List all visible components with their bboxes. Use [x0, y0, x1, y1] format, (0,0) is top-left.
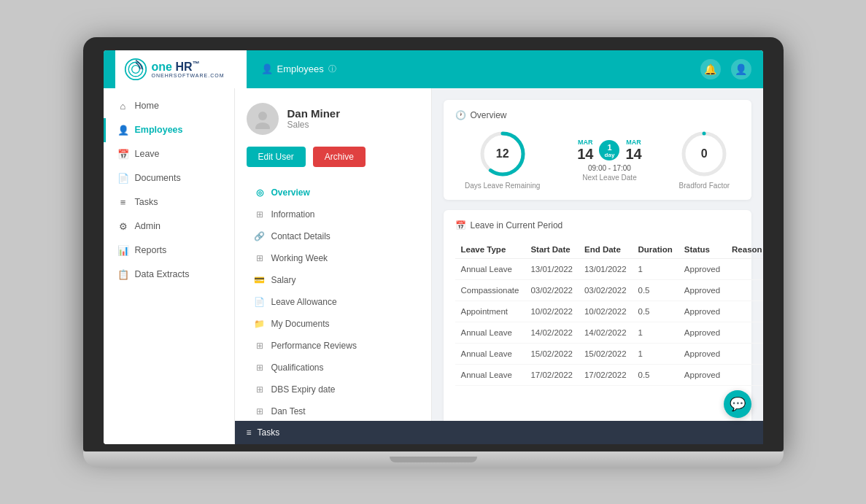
cell-end-0: 13/01/2022 [579, 258, 633, 279]
sidebar-label-home: Home [135, 101, 159, 111]
sidebar-item-reports[interactable]: 📊 Reports [104, 239, 234, 263]
information-nav-icon: ⊞ [254, 209, 266, 220]
cell-reason-3 [726, 322, 762, 343]
next-leave-label: Next Leave Date [582, 174, 637, 182]
sidebar-label-tasks: Tasks [135, 197, 158, 207]
leave-from-date: MAR 14 [577, 139, 593, 163]
svg-point-4 [255, 123, 270, 129]
sidebar-label-data-extracts: Data Extracts [135, 269, 190, 279]
overview-title: 🕐 Overview [455, 110, 740, 120]
cell-reason-1 [726, 279, 762, 301]
logo-area: one HR™ ONEHRSOFTWARE.COM [115, 50, 247, 88]
next-leave-stat: MAR 14 1 day [577, 139, 642, 182]
leave-badge-num: 1 [607, 143, 611, 152]
archive-button[interactable]: Archive [313, 147, 366, 167]
notification-button[interactable]: 🔔 [700, 59, 721, 80]
employee-actions: Edit User Archive [247, 147, 420, 167]
sidebar-item-employees[interactable]: 👤 Employees [104, 118, 234, 142]
breadcrumb-text: Employees [277, 63, 324, 74]
col-reason: Reason [726, 241, 762, 259]
performance-nav-icon: ⊞ [254, 341, 266, 351]
leave-icon: 📅 [117, 149, 129, 160]
emp-nav-information-label: Information [271, 209, 315, 220]
cell-end-4: 15/02/2022 [579, 343, 633, 364]
cell-start-3: 14/02/2022 [525, 322, 579, 343]
admin-icon: ⚙ [117, 221, 129, 232]
cell-status-3: Approved [679, 322, 726, 343]
sidebar-item-admin[interactable]: ⚙ Admin [104, 214, 234, 239]
emp-nav-dbs[interactable]: ⊞ DBS Expiry date [247, 379, 420, 400]
leave-badge-text: day [605, 152, 615, 158]
emp-nav-leave-allowance-label: Leave Allowance [271, 297, 337, 307]
emp-nav-dan-test-label: Dan Test [271, 406, 306, 416]
cell-type-2: Appointment [455, 301, 525, 322]
bradford-stat: 0 Bradford Factor [679, 131, 730, 190]
tasks-bar-label: Tasks [258, 427, 280, 438]
col-status: Status [679, 241, 726, 259]
svg-point-3 [258, 112, 267, 120]
cell-type-5: Annual Leave [455, 364, 525, 385]
emp-nav-salary[interactable]: 💳 Salary [247, 269, 420, 291]
overview-title-text: Overview [471, 110, 507, 120]
right-panel: 🕐 Overview [432, 88, 763, 444]
sidebar-item-data-extracts[interactable]: 📋 Data Extracts [104, 263, 234, 287]
sidebar-label-reports: Reports [135, 245, 167, 255]
emp-nav-overview[interactable]: ◎ Overview [247, 182, 420, 203]
leave-table-card: 📅 Leave in Current Period Leave Type Sta… [444, 210, 751, 433]
emp-nav-qualifications[interactable]: ⊞ Qualifications [247, 357, 420, 379]
qualifications-nav-icon: ⊞ [254, 363, 266, 373]
emp-nav-my-documents-label: My Documents [271, 319, 330, 329]
cell-status-5: Approved [679, 364, 726, 385]
user-profile-button[interactable]: 👤 [731, 59, 751, 80]
emp-nav-overview-label: Overview [271, 187, 310, 198]
emp-nav-information[interactable]: ⊞ Information [247, 203, 420, 225]
tasks-bar[interactable]: ≡ Tasks [235, 421, 763, 444]
table-header-row: Leave Type Start Date End Date Duration … [455, 241, 763, 259]
emp-nav-qualifications-label: Qualifications [271, 363, 324, 373]
content-area: Dan Miner Sales Edit User Archive ◎ [235, 88, 763, 444]
emp-nav-dan-test[interactable]: ⊞ Dan Test [247, 400, 420, 422]
table-row: Annual Leave 15/02/2022 15/02/2022 1 App… [455, 343, 763, 364]
nav-right: 🔔 👤 [700, 59, 751, 80]
cell-start-5: 17/02/2022 [525, 364, 579, 385]
sidebar-item-documents[interactable]: 📄 Documents [104, 166, 234, 190]
leave-from-day: 14 [577, 146, 593, 163]
logo-tagline: ONEHRSOFTWARE.COM [152, 73, 225, 78]
cell-start-4: 15/02/2022 [525, 343, 579, 364]
emp-nav-working-week[interactable]: ⊞ Working Week [247, 247, 420, 269]
cell-end-3: 14/02/2022 [579, 322, 633, 343]
emp-nav-working-week-label: Working Week [271, 253, 328, 263]
chat-fab-button[interactable]: 💬 [724, 390, 751, 418]
emp-nav-performance[interactable]: ⊞ Performance Reviews [247, 335, 420, 357]
sidebar-label-admin: Admin [135, 221, 161, 231]
employee-info: Dan Miner Sales [287, 107, 341, 130]
sidebar-label-employees: Employees [135, 125, 183, 135]
emp-nav-contact[interactable]: 🔗 Contact Details [247, 225, 420, 247]
cell-type-4: Annual Leave [455, 343, 525, 364]
cell-type-0: Annual Leave [455, 258, 525, 279]
documents-icon: 📄 [117, 173, 129, 184]
emp-nav-leave-allowance[interactable]: 📄 Leave Allowance [247, 291, 420, 313]
cell-reason-2 [726, 301, 762, 322]
table-row: Appointment 10/02/2022 10/02/2022 0.5 Ap… [455, 301, 763, 322]
leave-to-date: MAR 14 [625, 139, 641, 163]
my-documents-nav-icon: 📁 [254, 319, 266, 329]
table-row: Annual Leave 14/02/2022 14/02/2022 1 App… [455, 322, 763, 343]
cell-status-2: Approved [679, 301, 726, 322]
leave-to-day: 14 [625, 146, 641, 163]
leave-table-title: 📅 Leave in Current Period [455, 220, 740, 230]
sidebar-item-leave[interactable]: 📅 Leave [104, 142, 234, 166]
sidebar-item-tasks[interactable]: ≡ Tasks [104, 190, 234, 214]
leave-dates: MAR 14 1 day [577, 139, 642, 163]
salary-nav-icon: 💳 [254, 275, 266, 285]
breadcrumb-icon: 👤 [261, 63, 273, 74]
cell-end-2: 10/02/2022 [579, 301, 633, 322]
emp-nav-my-documents[interactable]: 📁 My Documents [247, 313, 420, 335]
cell-type-1: Compassionate [455, 279, 525, 301]
sidebar-item-home[interactable]: ⌂ Home [104, 94, 234, 118]
edit-user-button[interactable]: Edit User [247, 147, 306, 167]
table-row: Annual Leave 17/02/2022 17/02/2022 0.5 A… [455, 364, 763, 385]
leave-from-month: MAR [578, 139, 593, 146]
overview-title-icon: 🕐 [455, 110, 466, 120]
cell-status-4: Approved [679, 343, 726, 364]
